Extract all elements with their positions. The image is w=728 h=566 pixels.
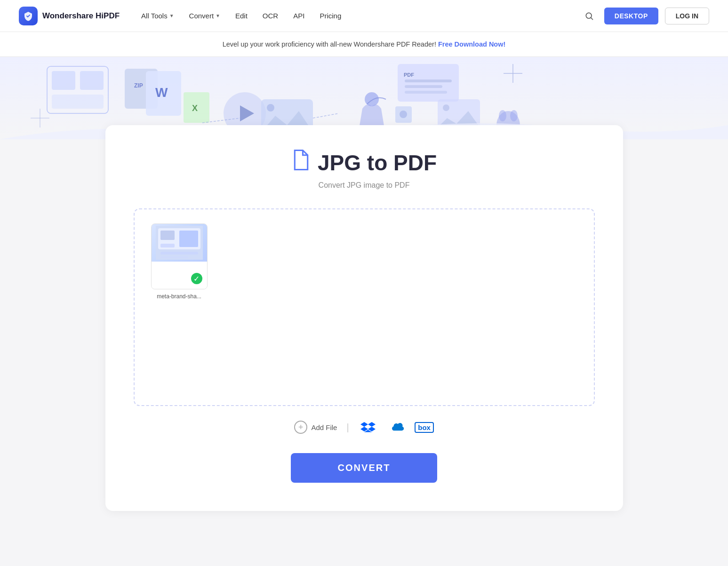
bottom-actions: + Add File | box [134, 420, 595, 434]
dropbox-button[interactable] [359, 420, 377, 434]
nav-all-tools[interactable]: All Tools ▼ [135, 8, 181, 24]
svg-rect-4 [52, 95, 104, 109]
svg-text:X: X [192, 104, 198, 113]
nav-actions: DESKTOP LOG IN [581, 8, 709, 24]
converter-card: JPG to PDF Convert JPG image to PDF [105, 125, 623, 511]
login-button[interactable]: LOG IN [665, 8, 709, 24]
chevron-down-icon: ▼ [216, 13, 220, 18]
file-thumbnail: ✓ [151, 223, 208, 289]
file-item: ✓ meta-brand-sha... [149, 223, 210, 300]
svg-point-25 [400, 111, 407, 118]
nav-edit[interactable]: Edit [229, 8, 254, 24]
nav-ocr[interactable]: OCR [256, 8, 285, 24]
svg-rect-3 [80, 71, 104, 90]
logo[interactable]: Wondershare HiPDF [19, 7, 120, 25]
svg-line-17 [313, 113, 339, 118]
svg-rect-23 [405, 91, 447, 94]
page-title-row: JPG to PDF [134, 149, 595, 176]
chevron-down-icon: ▼ [169, 13, 174, 18]
svg-point-35 [510, 110, 518, 121]
search-button[interactable] [581, 8, 598, 24]
svg-rect-22 [405, 85, 442, 88]
svg-rect-42 [160, 256, 189, 258]
separator: | [346, 422, 349, 433]
main-content: JPG to PDF Convert JPG image to PDF [0, 139, 728, 553]
convert-button[interactable]: CONVERT [291, 453, 438, 483]
svg-rect-21 [405, 80, 452, 82]
file-thumb-preview [152, 224, 207, 262]
svg-text:PDF: PDF [404, 72, 414, 78]
add-file-icon: + [294, 421, 307, 434]
svg-rect-41 [160, 252, 198, 255]
nav-api[interactable]: API [287, 8, 311, 24]
svg-text:ZIP: ZIP [134, 82, 143, 89]
add-file-button[interactable]: + Add File [294, 421, 337, 434]
page-subtitle: Convert JPG image to PDF [134, 181, 595, 190]
svg-point-27 [443, 104, 449, 111]
svg-rect-39 [179, 231, 198, 247]
promo-banner: Level up your work proficiency with all-… [0, 32, 728, 57]
svg-point-34 [499, 110, 506, 121]
logo-icon [19, 7, 38, 25]
banner-cta[interactable]: Free Download Now! [438, 40, 505, 48]
navbar: Wondershare HiPDF All Tools ▼ Convert ▼ … [0, 0, 728, 32]
box-icon: box [415, 422, 434, 433]
nav-pricing[interactable]: Pricing [313, 8, 348, 24]
svg-rect-40 [160, 244, 175, 247]
page-title: JPG to PDF [134, 149, 595, 176]
svg-rect-2 [52, 71, 75, 90]
nav-links: All Tools ▼ Convert ▼ Edit OCR API Prici… [135, 8, 581, 24]
svg-point-18 [365, 92, 379, 106]
file-success-icon: ✓ [190, 272, 203, 285]
svg-rect-19 [398, 64, 459, 102]
logo-text: Wondershare HiPDF [42, 11, 120, 21]
svg-text:W: W [155, 85, 168, 100]
upload-area[interactable]: ✓ meta-brand-sha... [134, 208, 595, 406]
svg-point-14 [267, 104, 274, 112]
convert-button-wrap: CONVERT [134, 453, 595, 483]
svg-rect-38 [160, 231, 175, 240]
nav-convert[interactable]: Convert ▼ [183, 8, 227, 24]
box-button[interactable]: box [415, 420, 434, 434]
file-icon [291, 149, 311, 176]
file-name: meta-brand-sha... [157, 293, 201, 300]
onedrive-button[interactable] [387, 420, 406, 434]
desktop-button[interactable]: DESKTOP [604, 8, 658, 24]
